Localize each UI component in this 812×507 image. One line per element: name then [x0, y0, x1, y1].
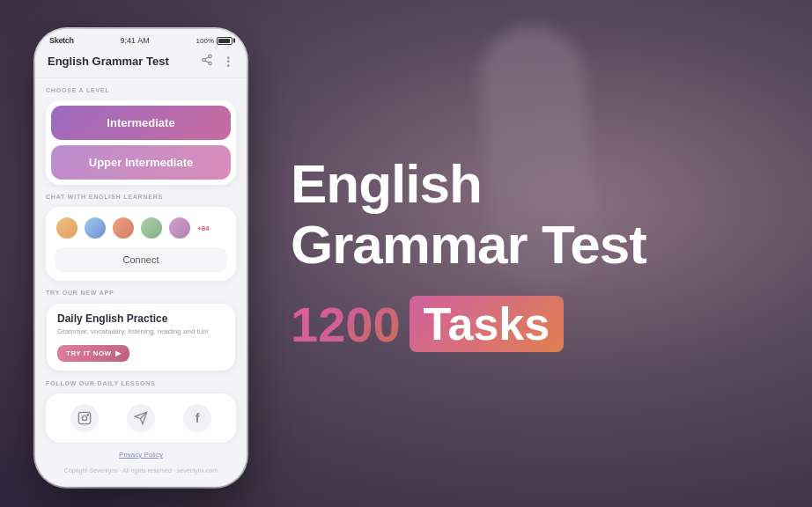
tasks-number: 1200	[291, 296, 401, 353]
avatar-5	[167, 216, 192, 240]
svg-point-7	[87, 415, 88, 415]
phone-container: Sketch 9:41 AM 100% English Grammar Test	[35, 29, 247, 487]
main-title: English Grammar Test	[291, 154, 777, 274]
app-card-title: Daily English Practice	[57, 312, 225, 325]
social-card: f	[46, 393, 236, 443]
svg-point-0	[209, 55, 212, 57]
avatar-2	[83, 216, 107, 240]
app-header: English Grammar Test ⋮	[35, 48, 247, 78]
privacy-link[interactable]: Privacy Policy	[46, 451, 236, 459]
level-section-label: CHOOSE A LEVEL	[46, 87, 236, 93]
app-card-wrapper: Daily English Practice Grammar, vocabula…	[46, 303, 236, 371]
app-title: English Grammar Test	[48, 55, 169, 68]
svg-line-3	[205, 61, 209, 62]
avatar-count: +84	[197, 224, 210, 232]
title-line-2: Grammar Test	[291, 214, 646, 275]
facebook-icon[interactable]: f	[183, 404, 211, 432]
svg-rect-5	[78, 413, 90, 424]
intermediate-btn[interactable]: Intermediate	[51, 106, 231, 140]
level-card: Intermediate Upper Intermediate	[46, 100, 236, 185]
svg-point-1	[203, 58, 206, 62]
try-now-label: TRY IT NOW	[66, 349, 112, 357]
hero-content: English Grammar Test 1200 Tasks	[247, 119, 812, 387]
battery-icon	[217, 37, 233, 45]
instagram-icon[interactable]	[70, 404, 99, 432]
svg-line-4	[205, 57, 209, 59]
header-icons: ⋮	[201, 54, 234, 69]
phone-mockup: Sketch 9:41 AM 100% English Grammar Test	[35, 29, 247, 487]
carrier-text: Sketch	[49, 36, 74, 45]
chat-section-label: CHAT WITH ENGLISH LEARNERS	[46, 194, 236, 200]
phone-footer: Privacy Policy Copright Sevenlynx · All …	[35, 444, 247, 487]
new-app-section-label: TRY OUR NEW APP	[46, 290, 236, 296]
try-now-btn[interactable]: TRY IT NOW ▶	[57, 345, 129, 362]
social-section-label: FOLLOW OUR DAILY LESSONS	[46, 380, 236, 386]
connect-btn[interactable]: Connect	[55, 247, 227, 272]
svg-point-6	[82, 416, 86, 421]
tasks-label-box: Tasks	[410, 296, 565, 352]
svg-point-2	[209, 62, 212, 65]
upper-intermediate-btn[interactable]: Upper Intermediate	[51, 145, 231, 180]
more-icon[interactable]: ⋮	[222, 55, 234, 69]
time-text: 9:41 AM	[121, 36, 150, 45]
battery-percent: 100%	[196, 37, 214, 45]
avatar-4	[139, 216, 164, 240]
battery-area: 100%	[196, 37, 233, 45]
telegram-icon[interactable]	[127, 404, 155, 432]
avatars-row: +84	[55, 216, 227, 240]
tasks-label: Tasks	[424, 298, 550, 349]
avatar-1	[55, 216, 79, 240]
tasks-row: 1200 Tasks	[291, 296, 777, 353]
play-icon: ▶	[115, 349, 122, 357]
app-card-desc: Grammar, vocabulary, listening, reading …	[57, 327, 225, 336]
status-bar: Sketch 9:41 AM 100%	[35, 29, 247, 48]
main-layout: Sketch 9:41 AM 100% English Grammar Test	[0, 0, 812, 507]
share-icon[interactable]	[201, 54, 213, 69]
chat-card: +84 Connect	[46, 207, 236, 281]
phone-content: CHOOSE A LEVEL Intermediate Upper Interm…	[35, 78, 247, 444]
avatar-3	[111, 216, 136, 240]
title-line-1: English	[291, 153, 482, 214]
battery-fill	[218, 39, 230, 43]
app-card: Daily English Practice Grammar, vocabula…	[46, 303, 236, 371]
copyright-text: Copright Sevenlynx · All rights reserved…	[64, 467, 218, 474]
